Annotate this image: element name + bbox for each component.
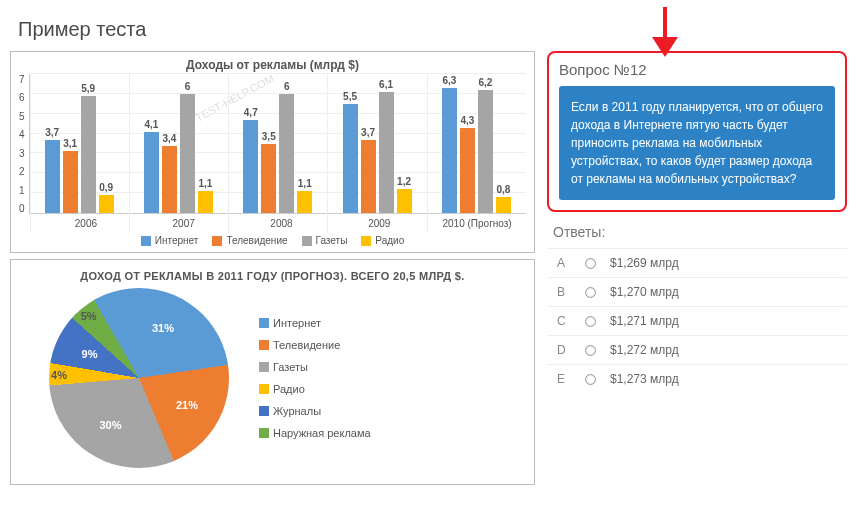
answer-text: $1,272 млрд <box>610 343 679 357</box>
answer-letter: B <box>557 285 571 299</box>
bar-x-label: 2009 <box>330 218 428 229</box>
bar: 3,4 <box>162 146 177 214</box>
answer-row[interactable]: B$1,270 млрд <box>547 277 847 306</box>
pie-legend: ИнтернетТелевидениеГазетыРадиоЖурналыНар… <box>259 317 371 439</box>
bar-value-label: 3,1 <box>63 138 77 149</box>
bar-group: 5,53,76,11,2 <box>327 74 426 213</box>
answer-letter: D <box>557 343 571 357</box>
bar-value-label: 5,5 <box>343 91 357 102</box>
bar: 0,8 <box>496 197 511 213</box>
bar: 5,5 <box>343 104 358 213</box>
bar-x-label: 2007 <box>135 218 233 229</box>
bar-x-labels: 20062007200820092010 (Прогноз) <box>37 218 526 229</box>
bar: 4,3 <box>460 128 475 213</box>
bar-value-label: 6,1 <box>379 79 393 90</box>
answer-letter: E <box>557 372 571 386</box>
bar: 3,5 <box>261 144 276 214</box>
question-box: Вопрос №12 Если в 2011 году планируется,… <box>547 51 847 212</box>
legend-swatch <box>141 236 151 246</box>
answer-row[interactable]: A$1,269 млрд <box>547 248 847 277</box>
bar-chart-box: TEST-HELP.COM Доходы от рекламы (млрд $)… <box>10 51 535 253</box>
pie-slice-label: 4% <box>51 369 67 381</box>
bar-plot-area: 3,73,15,90,94,13,461,14,73,561,15,53,76,… <box>29 74 526 214</box>
bar-value-label: 1,1 <box>298 178 312 189</box>
legend-swatch <box>259 340 269 350</box>
radio-icon[interactable] <box>585 316 596 327</box>
bar: 3,1 <box>63 151 78 213</box>
bar-x-label: 2010 (Прогноз) <box>428 218 526 229</box>
pointer-arrow-icon <box>640 2 690 62</box>
bar: 0,9 <box>99 195 114 213</box>
bar-value-label: 6,2 <box>478 77 492 88</box>
legend-swatch <box>212 236 222 246</box>
legend-swatch <box>259 384 269 394</box>
legend-label: Интернет <box>273 317 321 329</box>
pie-slice-label: 5% <box>81 310 97 322</box>
bar-value-label: 3,5 <box>262 131 276 142</box>
bar: 1,1 <box>198 191 213 213</box>
radio-icon[interactable] <box>585 345 596 356</box>
legend-item: Радио <box>259 383 371 395</box>
bar-legend: ИнтернетТелевидениеГазетыРадио <box>19 235 526 246</box>
answer-row[interactable]: E$1,273 млрд <box>547 364 847 393</box>
pie-chart: 31%21%30%4%9%5% <box>49 288 229 468</box>
bar-value-label: 3,4 <box>163 133 177 144</box>
bar-value-label: 3,7 <box>361 127 375 138</box>
pie-slice-label: 21% <box>176 399 198 411</box>
question-title: Вопрос №12 <box>559 61 835 78</box>
bar-group: 3,73,15,90,9 <box>30 74 129 213</box>
bar: 3,7 <box>45 140 60 213</box>
bar: 6,1 <box>379 92 394 213</box>
legend-label: Газеты <box>316 235 348 246</box>
bar: 5,9 <box>81 96 96 213</box>
legend-item: Интернет <box>141 235 199 246</box>
pie-chart-box: TEST-HELP.COM ДОХОД ОТ РЕКЛАМЫ В 2011 ГО… <box>10 259 535 485</box>
answer-text: $1,270 млрд <box>610 285 679 299</box>
bar: 4,1 <box>144 132 159 213</box>
bar: 6 <box>180 94 195 213</box>
answer-letter: A <box>557 256 571 270</box>
answers-list: A$1,269 млрдB$1,270 млрдC$1,271 млрдD$1,… <box>547 248 847 393</box>
bar-x-label: 2006 <box>37 218 135 229</box>
bar-x-label: 2008 <box>233 218 331 229</box>
legend-item: Телевидение <box>212 235 287 246</box>
answer-row[interactable]: D$1,272 млрд <box>547 335 847 364</box>
legend-swatch <box>259 406 269 416</box>
answer-letter: C <box>557 314 571 328</box>
bar-value-label: 6 <box>284 81 290 92</box>
pie-slice-label: 31% <box>152 322 174 334</box>
legend-swatch <box>361 236 371 246</box>
bar-value-label: 3,7 <box>45 127 59 138</box>
pie-slice-label: 9% <box>82 348 98 360</box>
bar-group: 4,13,461,1 <box>129 74 228 213</box>
legend-swatch <box>259 318 269 328</box>
bar-value-label: 1,1 <box>199 178 213 189</box>
bar-value-label: 6 <box>185 81 191 92</box>
bar: 3,7 <box>361 140 376 213</box>
legend-item: Газеты <box>302 235 348 246</box>
page-title: Пример теста <box>0 0 858 51</box>
radio-icon[interactable] <box>585 287 596 298</box>
answer-text: $1,269 млрд <box>610 256 679 270</box>
bar-y-axis: 76543210 <box>19 74 29 214</box>
bar-value-label: 4,1 <box>145 119 159 130</box>
bar: 1,1 <box>297 191 312 213</box>
answer-text: $1,273 млрд <box>610 372 679 386</box>
legend-label: Наружная реклама <box>273 427 371 439</box>
legend-swatch <box>259 428 269 438</box>
bar-value-label: 1,2 <box>397 176 411 187</box>
bar-value-label: 0,9 <box>99 182 113 193</box>
answer-row[interactable]: C$1,271 млрд <box>547 306 847 335</box>
legend-item: Газеты <box>259 361 371 373</box>
bar: 6,3 <box>442 88 457 213</box>
legend-item: Телевидение <box>259 339 371 351</box>
pie-slice-label: 30% <box>99 419 121 431</box>
radio-icon[interactable] <box>585 374 596 385</box>
bar: 4,7 <box>243 120 258 213</box>
bar-value-label: 0,8 <box>496 184 510 195</box>
radio-icon[interactable] <box>585 258 596 269</box>
pie-chart-title: ДОХОД ОТ РЕКЛАМЫ В 2011 ГОДУ (ПРОГНОЗ). … <box>19 270 526 282</box>
legend-item: Журналы <box>259 405 371 417</box>
bar-group: 6,34,36,20,8 <box>427 74 526 213</box>
answers-title: Ответы: <box>553 224 847 240</box>
